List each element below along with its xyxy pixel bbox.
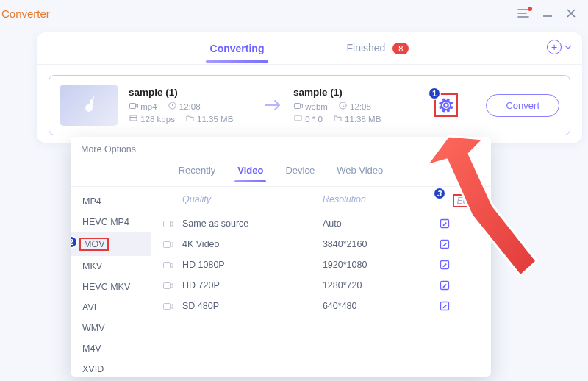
target-filename: sample (1) bbox=[293, 87, 418, 98]
main-card: Converting Finished 8 + sample (1) mp4 1… bbox=[37, 32, 582, 143]
finished-badge: 8 bbox=[392, 43, 409, 54]
chevron-down-icon bbox=[564, 43, 572, 51]
col-resolution: Resolution bbox=[323, 194, 440, 207]
quality-row[interactable]: 4K Video3840*2160 bbox=[163, 234, 476, 254]
edit-preset-button[interactable] bbox=[440, 301, 476, 311]
format-m4v[interactable]: M4V bbox=[71, 338, 151, 359]
resolution-label: 1920*1080 bbox=[323, 260, 440, 270]
app-brand: Converter bbox=[0, 7, 50, 20]
clock-icon bbox=[168, 101, 177, 110]
panel-tab-recently[interactable]: Recently bbox=[176, 160, 219, 182]
bitrate-icon bbox=[129, 113, 138, 123]
quality-row[interactable]: HD 1080P1920*1080 bbox=[163, 254, 476, 275]
source-filename: sample (1) bbox=[129, 87, 254, 98]
notification-dot bbox=[528, 7, 532, 11]
format-mov[interactable]: 2 MOV bbox=[71, 232, 151, 256]
format-avi[interactable]: AVI bbox=[71, 297, 151, 318]
panel-tabs: Recently Video Device Web Video bbox=[71, 160, 491, 187]
column-headers: Quality Resolution 3 Edit bbox=[163, 194, 476, 213]
format-xvid[interactable]: XVID bbox=[71, 359, 151, 377]
format-mp4[interactable]: MP4 bbox=[71, 191, 151, 212]
titlebar: Converter bbox=[0, 0, 588, 26]
quality-area: Quality Resolution 3 Edit Same as source… bbox=[151, 187, 491, 377]
format-hevc-mkv[interactable]: HEVC MKV bbox=[71, 277, 151, 297]
video-icon bbox=[163, 282, 182, 290]
callout-1: 1 bbox=[428, 87, 441, 100]
svg-rect-13 bbox=[164, 221, 171, 227]
resolution-label: 1280*720 bbox=[323, 280, 440, 291]
menu-icon[interactable] bbox=[517, 8, 529, 18]
svg-rect-12 bbox=[295, 115, 301, 121]
quality-label: HD 1080P bbox=[182, 260, 323, 270]
video-icon bbox=[293, 101, 303, 110]
format-list: MP4 HEVC MP4 2 MOV MKV HEVC MKV AVI WMV … bbox=[71, 187, 151, 377]
panel-tab-video[interactable]: Video bbox=[234, 160, 266, 182]
close-button[interactable] bbox=[566, 8, 576, 18]
svg-rect-19 bbox=[164, 282, 171, 288]
edit-preset-button[interactable] bbox=[440, 260, 476, 270]
quality-label: Same as source bbox=[182, 218, 323, 229]
format-hevc-mp4[interactable]: HEVC MP4 bbox=[71, 212, 151, 232]
resolution-label: 640*480 bbox=[323, 301, 440, 311]
arrow-icon bbox=[264, 99, 283, 112]
convert-button[interactable]: Convert bbox=[486, 94, 559, 117]
svg-rect-10 bbox=[294, 103, 300, 108]
plus-icon: + bbox=[547, 40, 562, 54]
music-note-icon bbox=[78, 94, 100, 116]
format-wmv[interactable]: WMV bbox=[71, 318, 151, 338]
panel-tab-webvideo[interactable]: Web Video bbox=[334, 160, 386, 182]
svg-rect-15 bbox=[164, 241, 171, 247]
clock-icon bbox=[338, 101, 348, 110]
add-file-button[interactable]: + bbox=[547, 40, 572, 54]
gear-icon bbox=[438, 97, 454, 113]
quality-row[interactable]: Same as sourceAuto bbox=[163, 213, 476, 234]
media-thumbnail bbox=[60, 85, 118, 126]
quality-label: HD 720P bbox=[182, 280, 323, 291]
panel-body: MP4 HEVC MP4 2 MOV MKV HEVC MKV AVI WMV … bbox=[71, 187, 491, 377]
main-tabs: Converting Finished 8 + bbox=[37, 32, 582, 65]
video-icon bbox=[163, 261, 182, 269]
svg-rect-6 bbox=[129, 103, 135, 108]
panel-title: More Options bbox=[71, 137, 491, 160]
edit-preset-button[interactable] bbox=[440, 280, 476, 291]
format-mkv[interactable]: MKV bbox=[71, 256, 151, 277]
col-edit: 3 Edit bbox=[440, 194, 476, 207]
more-options-panel: More Options Recently Video Device Web V… bbox=[71, 137, 491, 377]
folder-icon bbox=[333, 113, 343, 123]
quality-row[interactable]: SD 480P640*480 bbox=[163, 296, 476, 316]
conversion-item: sample (1) mp4 12:08 128 kbps 11.35 MB s… bbox=[49, 75, 570, 135]
dimensions-icon bbox=[293, 113, 303, 123]
video-icon bbox=[129, 101, 138, 110]
window-controls bbox=[517, 8, 576, 18]
video-icon bbox=[163, 302, 182, 310]
quality-label: SD 480P bbox=[182, 301, 323, 311]
edit-preset-button[interactable] bbox=[440, 218, 476, 229]
video-icon bbox=[163, 241, 182, 249]
tab-converting[interactable]: Converting bbox=[198, 35, 276, 62]
video-icon bbox=[163, 220, 182, 228]
resolution-label: Auto bbox=[323, 218, 440, 229]
minimize-button[interactable] bbox=[542, 8, 553, 18]
resolution-label: 3840*2160 bbox=[323, 239, 440, 249]
quality-row[interactable]: HD 720P1280*720 bbox=[163, 275, 476, 296]
callout-2: 2 bbox=[71, 235, 78, 249]
col-quality: Quality bbox=[182, 194, 323, 207]
tab-finished-label: Finished bbox=[346, 42, 385, 54]
settings-button[interactable]: 1 bbox=[434, 93, 458, 117]
svg-rect-8 bbox=[130, 115, 137, 121]
panel-tab-device[interactable]: Device bbox=[282, 160, 318, 182]
source-file-block: sample (1) mp4 12:08 128 kbps 11.35 MB bbox=[129, 87, 254, 124]
tab-finished[interactable]: Finished 8 bbox=[334, 35, 420, 62]
target-file-block: sample (1) webm 12:08 0 * 0 11.38 MB bbox=[293, 87, 418, 124]
edit-preset-button[interactable] bbox=[440, 239, 476, 249]
folder-icon bbox=[185, 113, 195, 123]
callout-3: 3 bbox=[433, 187, 446, 200]
svg-rect-17 bbox=[164, 262, 171, 268]
svg-rect-21 bbox=[164, 303, 171, 309]
quality-label: 4K Video bbox=[182, 239, 323, 249]
